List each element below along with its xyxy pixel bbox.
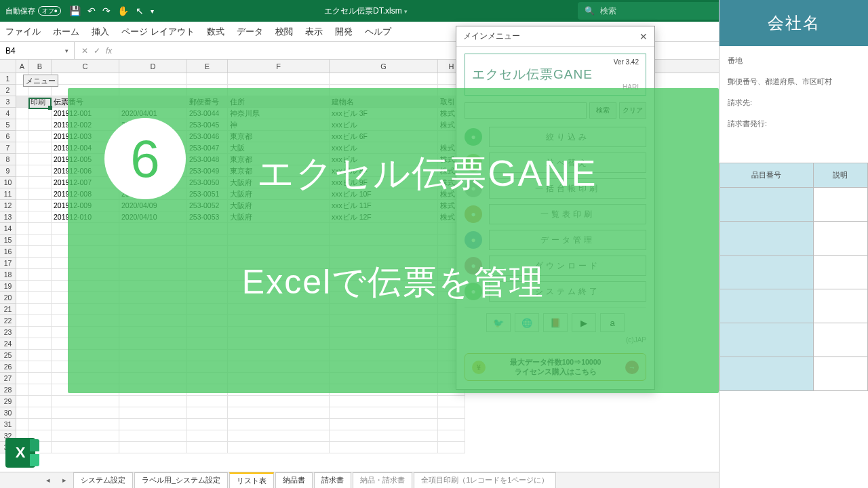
title-overlay: 6 エクセル伝票GANE Excelで伝票を管理: [68, 88, 719, 393]
search-placeholder: 検索: [600, 5, 616, 17]
sheet-tab[interactable]: 全項目印刷（1レコードを1ページに）: [414, 472, 556, 488]
sheet-nav-left-icon[interactable]: ◂: [41, 476, 56, 485]
autosave-state[interactable]: オフ ●: [38, 6, 61, 16]
app-title: エクセル伝票GANE: [472, 66, 639, 83]
sheet-tab[interactable]: リスト表: [229, 472, 274, 488]
tab-developer[interactable]: 開発: [335, 26, 353, 38]
sheet-tab[interactable]: ラベル用_システム設定: [134, 472, 228, 488]
invoice-table: 品目番号説明: [719, 163, 868, 391]
company-name: 会社名: [719, 0, 868, 46]
overlay-subtitle: Excelで伝票を管理: [242, 260, 545, 305]
tab-insert[interactable]: 挿入: [92, 26, 109, 38]
name-box[interactable]: B4: [0, 42, 75, 59]
tab-help[interactable]: ヘルプ: [365, 26, 391, 38]
tab-view[interactable]: 表示: [305, 26, 323, 38]
autosave-label: 自動保存: [5, 6, 35, 16]
filename: エクセル伝票DT.xlsm: [324, 6, 402, 16]
save-icon[interactable]: 💾: [69, 5, 81, 16]
enter-icon[interactable]: ✓: [94, 46, 100, 56]
tab-review[interactable]: 校閲: [275, 26, 293, 38]
cancel-icon[interactable]: ✕: [81, 46, 88, 56]
menu-button[interactable]: メニュー: [23, 75, 58, 87]
tab-file[interactable]: ファイル: [5, 26, 41, 38]
episode-badge: 6: [104, 118, 186, 199]
sheet-tab[interactable]: 納品書: [275, 472, 313, 488]
quick-access-toolbar: 💾 ↶ ↷ ✋ ↖ ▾: [69, 5, 154, 16]
sheet-tab[interactable]: 納品・請求書: [353, 472, 412, 488]
tab-formulas[interactable]: 数式: [207, 26, 224, 38]
touch-icon[interactable]: ✋: [117, 5, 129, 16]
sheet-tab[interactable]: 請求書: [314, 472, 351, 488]
close-icon[interactable]: ✕: [639, 31, 648, 42]
invoice-field-billto: 請求先:: [728, 98, 860, 108]
invoice-panel: 会社名 番地 郵便番号、都道府県、市区町村 請求先: 請求書発行: 品目番号説明: [719, 0, 868, 488]
pointer-icon[interactable]: ↖: [136, 5, 144, 16]
invoice-field-address: 番地: [728, 56, 860, 66]
excel-logo-icon: X: [5, 438, 35, 468]
search-icon: 🔍: [585, 6, 595, 16]
invoice-field-issued: 請求書発行:: [728, 119, 860, 129]
tab-pagelayout[interactable]: ページ レイアウト: [121, 26, 195, 38]
redo-icon[interactable]: ↷: [102, 5, 111, 16]
tab-home[interactable]: ホーム: [53, 26, 79, 38]
undo-icon[interactable]: ↶: [87, 5, 96, 16]
overlay-title: エクセル伝票GANE: [257, 149, 597, 199]
fx-icon[interactable]: fx: [106, 46, 112, 56]
autosave-toggle[interactable]: 自動保存 オフ ●: [5, 6, 61, 16]
version-label: Ver 3.42: [472, 58, 639, 66]
sheet-nav-right-icon[interactable]: ▸: [57, 476, 72, 485]
invoice-field-postal: 郵便番号、都道府県、市区町村: [728, 77, 860, 87]
tab-data[interactable]: データ: [237, 26, 263, 38]
sheet-tab[interactable]: システム設定: [73, 472, 133, 488]
dialog-title: メインメニュー: [463, 30, 520, 42]
